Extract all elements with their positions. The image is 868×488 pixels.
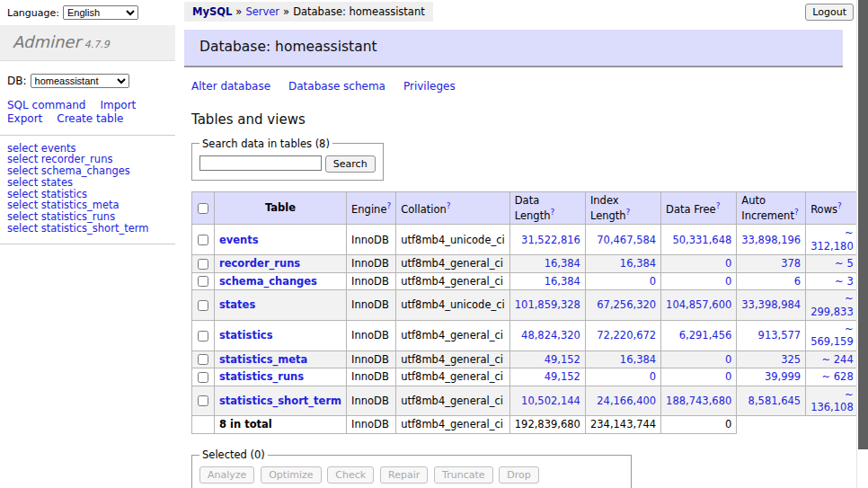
data-length-link[interactable]: 16,384 <box>545 257 580 270</box>
database-schema-link[interactable]: Database schema <box>288 80 385 93</box>
sidebar-link-sql-command[interactable]: SQL command <box>7 99 85 112</box>
breadcrumb-server-link[interactable]: Server <box>245 5 279 18</box>
data-length-link[interactable]: 16,384 <box>545 275 580 288</box>
help-icon[interactable]: ? <box>447 201 451 210</box>
help-icon[interactable]: ? <box>626 208 631 217</box>
row-checkbox[interactable] <box>198 259 208 270</box>
search-button[interactable]: Search <box>325 155 376 173</box>
rows-count-link[interactable]: ~ 569,159 <box>810 323 854 348</box>
db-label: DB: <box>7 75 27 87</box>
index-length-link[interactable]: 24,166,400 <box>597 395 656 407</box>
rows-count-link[interactable]: ~ 628 <box>821 370 853 383</box>
repair-button[interactable]: Repair <box>380 466 428 484</box>
total-engine: InnoDB <box>347 416 396 433</box>
tables-and-views-heading: Tables and views <box>191 111 868 129</box>
data-free-link[interactable]: 0 <box>725 257 731 270</box>
vertical-scrollbar[interactable] <box>856 0 868 488</box>
row-checkbox[interactable] <box>198 331 208 342</box>
data-free-link[interactable]: 0 <box>725 275 731 288</box>
alter-database-link[interactable]: Alter database <box>191 80 270 93</box>
truncate-button[interactable]: Truncate <box>434 466 492 484</box>
sidebar-link-import[interactable]: Import <box>100 99 136 112</box>
table-link[interactable]: statistics <box>219 329 273 342</box>
auto-increment-link[interactable]: 378 <box>781 257 801 270</box>
table-link[interactable]: schema_changes <box>219 275 317 288</box>
index-length-link[interactable]: 70,467,584 <box>597 234 656 246</box>
engine-cell: InnoDB <box>347 225 396 255</box>
sidebar-item-select-statistics-short-term[interactable]: select statistics_short_term <box>7 223 175 235</box>
data-free-link[interactable]: 188,743,680 <box>666 395 731 407</box>
help-icon[interactable]: ? <box>716 201 721 210</box>
drop-button[interactable]: Drop <box>499 466 538 484</box>
rows-count-link[interactable]: ~ 299,833 <box>810 292 854 317</box>
collation-cell: utf8mb4_general_ci <box>396 255 510 273</box>
data-length-link[interactable]: 49,152 <box>545 370 580 383</box>
sidebar-item-select-schema-changes[interactable]: select schema_changes <box>7 165 175 177</box>
row-checkbox[interactable] <box>198 372 208 383</box>
auto-increment-link[interactable]: 6 <box>794 275 801 288</box>
sidebar-actions: SQL commandImportExportCreate table <box>0 99 175 136</box>
auto-increment-link[interactable]: 39,999 <box>765 370 801 383</box>
index-length-link[interactable]: 0 <box>650 275 656 288</box>
help-icon[interactable]: ? <box>386 201 391 210</box>
auto-increment-link[interactable]: 33,398,984 <box>741 298 801 311</box>
table-link[interactable]: recorder_runs <box>219 257 300 270</box>
select-all-checkbox[interactable] <box>198 203 208 214</box>
app-name: Adminer <box>13 32 81 51</box>
table-link[interactable]: events <box>219 234 259 246</box>
index-length-link[interactable]: 67,256,320 <box>597 298 656 311</box>
data-length-link[interactable]: 48,824,320 <box>521 329 580 342</box>
rows-count-link[interactable]: ~ 136,108 <box>810 388 854 413</box>
table-link[interactable]: statistics_short_term <box>219 395 341 407</box>
auto-increment-link[interactable]: 33,898,196 <box>741 234 801 246</box>
row-checkbox[interactable] <box>198 395 208 406</box>
column-header-table: Table <box>215 191 347 225</box>
language-select[interactable]: English <box>63 5 138 20</box>
rows-count-link[interactable]: ~ 244 <box>821 353 853 366</box>
sidebar-link-export[interactable]: Export <box>7 112 42 126</box>
analyze-button[interactable]: Analyze <box>199 466 254 484</box>
table-link[interactable]: statistics_meta <box>219 353 307 366</box>
rows-count-link[interactable]: ~ 5 <box>835 257 854 270</box>
data-length-link[interactable]: 10,502,144 <box>521 395 580 407</box>
table-link[interactable]: states <box>219 298 255 311</box>
rows-count-link[interactable]: ~ 3 <box>835 275 854 288</box>
scrollbar-thumb[interactable] <box>858 0 868 449</box>
auto-increment-link[interactable]: 325 <box>781 353 801 366</box>
row-checkbox[interactable] <box>198 235 208 245</box>
data-length-link[interactable]: 49,152 <box>545 353 580 366</box>
optimize-button[interactable]: Optimize <box>261 466 321 484</box>
data-free-link[interactable]: 104,857,600 <box>666 298 731 311</box>
database-subnav: Alter databaseDatabase schemaPrivileges <box>191 80 868 93</box>
data-free-link[interactable]: 6,291,456 <box>679 329 732 342</box>
data-length-link[interactable]: 101,859,328 <box>515 298 580 311</box>
help-icon[interactable]: ? <box>837 201 842 210</box>
row-checkbox[interactable] <box>198 354 208 365</box>
row-checkbox[interactable] <box>198 300 208 311</box>
data-free-link[interactable]: 50,331,648 <box>672 234 731 246</box>
check-button[interactable]: Check <box>327 466 374 484</box>
index-length-link[interactable]: 16,384 <box>620 353 656 366</box>
data-free-link[interactable]: 0 <box>725 353 731 366</box>
table-link[interactable]: statistics_runs <box>219 370 304 383</box>
data-length-link[interactable]: 31,522,816 <box>521 234 580 246</box>
db-select[interactable]: homeassistant <box>31 74 129 88</box>
auto-increment-link[interactable]: 8,581,645 <box>748 395 802 407</box>
breadcrumb-mysql-link[interactable]: MySQL <box>192 5 232 18</box>
sidebar-link-create-table[interactable]: Create table <box>57 112 123 126</box>
row-checkbox[interactable] <box>198 276 208 287</box>
auto-increment-link[interactable]: 913,577 <box>758 329 802 342</box>
index-length-link[interactable]: 16,384 <box>620 257 656 270</box>
privileges-link[interactable]: Privileges <box>403 80 456 93</box>
help-icon[interactable]: ? <box>550 208 554 217</box>
index-length-link[interactable]: 0 <box>650 370 656 383</box>
logout-button[interactable]: Logout <box>805 4 854 21</box>
rows-count-link[interactable]: ~ 312,180 <box>810 226 854 252</box>
index-length-link[interactable]: 72,220,672 <box>597 329 656 342</box>
search-input[interactable] <box>199 155 322 171</box>
total-collation: utf8mb4_general_ci <box>396 416 510 433</box>
help-icon[interactable]: ? <box>794 208 799 217</box>
data-free-link[interactable]: 0 <box>725 370 731 383</box>
table-row: statistics InnoDB utf8mb4_general_ci 48,… <box>192 320 868 350</box>
sidebar-item-select-states[interactable]: select states <box>7 177 175 189</box>
